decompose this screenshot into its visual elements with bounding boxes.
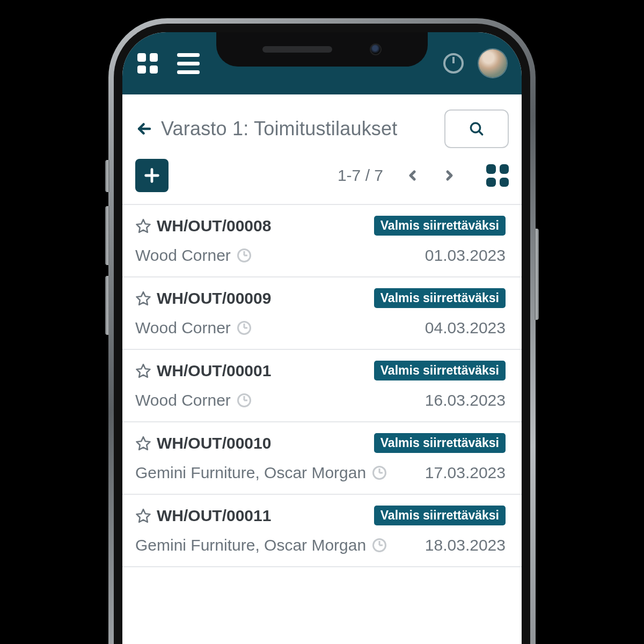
status-badge: Valmis siirrettäväksi xyxy=(374,216,506,236)
list-item[interactable]: WH/OUT/00008 Valmis siirrettäväksi Wood … xyxy=(122,205,522,277)
order-date: 18.03.2023 xyxy=(425,536,506,554)
status-badge: Valmis siirrettäväksi xyxy=(374,433,506,453)
order-date: 04.03.2023 xyxy=(425,319,506,337)
partner-name: Wood Corner xyxy=(135,319,231,337)
phone-camera xyxy=(370,43,382,55)
list-item[interactable]: WH/OUT/00011 Valmis siirrettäväksi Gemin… xyxy=(122,495,522,567)
status-badge: Valmis siirrettäväksi xyxy=(374,361,506,380)
order-list: WH/OUT/00008 Valmis siirrettäväksi Wood … xyxy=(122,205,522,567)
phone-side-button xyxy=(535,229,539,320)
order-code: WH/OUT/00009 xyxy=(157,289,271,308)
phone-frame: Varasto 1: Toimitustilaukset 1-7 / 7 xyxy=(108,18,536,644)
list-item[interactable]: WH/OUT/00010 Valmis siirrettäväksi Gemin… xyxy=(122,422,522,495)
apps-icon[interactable] xyxy=(137,53,158,74)
order-code: WH/OUT/00010 xyxy=(157,434,271,452)
star-icon[interactable] xyxy=(135,363,151,379)
clock-icon xyxy=(237,248,251,262)
phone-side-button xyxy=(105,276,109,335)
star-icon[interactable] xyxy=(135,508,151,524)
avatar[interactable] xyxy=(479,49,507,77)
clock-icon[interactable] xyxy=(443,53,464,74)
partner-name: Gemini Furniture, Oscar Morgan xyxy=(135,464,366,482)
svg-marker-8 xyxy=(137,509,150,522)
search-button[interactable] xyxy=(444,109,509,148)
order-code: WH/OUT/00001 xyxy=(157,362,271,380)
clock-icon xyxy=(372,466,386,480)
order-code: WH/OUT/00011 xyxy=(157,507,271,525)
partner-name: Gemini Furniture, Oscar Morgan xyxy=(135,536,366,554)
order-date: 01.03.2023 xyxy=(425,246,506,265)
add-button[interactable] xyxy=(135,159,169,192)
clock-icon xyxy=(237,321,251,335)
status-badge: Valmis siirrettäväksi xyxy=(374,288,506,308)
partner-name: Wood Corner xyxy=(135,391,231,409)
svg-marker-7 xyxy=(137,437,150,450)
order-date: 16.03.2023 xyxy=(425,391,506,409)
star-icon[interactable] xyxy=(135,435,151,451)
star-icon[interactable] xyxy=(135,218,151,234)
list-item[interactable]: WH/OUT/00001 Valmis siirrettäväksi Wood … xyxy=(122,350,522,422)
prev-page-button[interactable] xyxy=(404,166,422,185)
phone-notch xyxy=(216,32,428,67)
phone-side-button xyxy=(105,206,109,265)
toolbar: 1-7 / 7 xyxy=(122,156,522,205)
partner-name: Wood Corner xyxy=(135,246,231,265)
order-code: WH/OUT/00008 xyxy=(157,217,271,235)
pager-label: 1-7 / 7 xyxy=(338,166,383,185)
menu-icon[interactable] xyxy=(177,53,200,74)
phone-speaker xyxy=(262,46,332,53)
svg-marker-6 xyxy=(137,364,150,377)
svg-marker-5 xyxy=(137,292,150,305)
order-date: 17.03.2023 xyxy=(425,464,506,482)
next-page-button[interactable] xyxy=(440,166,458,185)
svg-marker-4 xyxy=(137,219,150,232)
page-title: Varasto 1: Toimitustilaukset xyxy=(161,118,397,140)
phone-side-button xyxy=(105,160,109,192)
list-item[interactable]: WH/OUT/00009 Valmis siirrettäväksi Wood … xyxy=(122,277,522,350)
clock-icon xyxy=(237,393,251,407)
back-icon[interactable] xyxy=(135,120,153,138)
status-badge: Valmis siirrettäväksi xyxy=(374,506,506,525)
title-row: Varasto 1: Toimitustilaukset xyxy=(122,94,522,156)
grid-view-icon[interactable] xyxy=(486,164,509,187)
star-icon[interactable] xyxy=(135,290,151,306)
screen: Varasto 1: Toimitustilaukset 1-7 / 7 xyxy=(122,32,522,644)
clock-icon xyxy=(372,538,386,552)
svg-line-1 xyxy=(479,131,482,134)
